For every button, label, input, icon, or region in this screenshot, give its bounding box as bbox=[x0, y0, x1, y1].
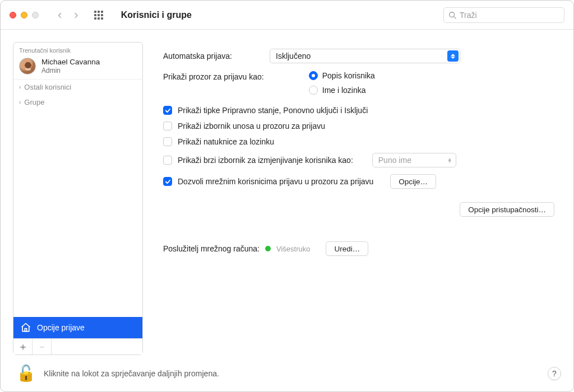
check-network-users-label: Dozvoli mrežnim korisnicima prijavu u pr… bbox=[178, 177, 373, 186]
login-options-label: Opcije prijave bbox=[37, 323, 85, 332]
sidebar-groups[interactable]: › Grupe bbox=[13, 95, 142, 110]
radio-unchecked-icon bbox=[309, 86, 318, 95]
network-server-label: Poslužitelj mrežnog računa: bbox=[163, 244, 260, 253]
add-user-button[interactable]: ＋ bbox=[13, 339, 33, 354]
check-show-sleep-restart-shutdown[interactable]: Prikaži tipke Pripravno stanje, Ponovno … bbox=[163, 106, 554, 115]
search-placeholder: Traži bbox=[460, 11, 477, 20]
checkbox-unchecked-icon bbox=[163, 122, 172, 130]
close-window-icon[interactable] bbox=[10, 12, 16, 18]
sidebar-section-current-user: Trenutačni korisnik bbox=[13, 43, 142, 56]
chevron-right-icon: › bbox=[19, 99, 21, 105]
sidebar-actions: ＋ － bbox=[13, 339, 143, 355]
radio-list-of-users[interactable]: Popis korisnika bbox=[309, 71, 375, 80]
fullscreen-window-icon bbox=[32, 12, 39, 18]
search-icon bbox=[448, 11, 456, 19]
check-password-hints[interactable]: Prikaži natuknice za lozinku bbox=[163, 137, 554, 146]
radio-name-password[interactable]: Ime i lozinka bbox=[309, 86, 375, 95]
check-fast-user-switching[interactable]: Prikaži brzi izbornik za izmjenjivanje k… bbox=[163, 156, 353, 165]
sidebar-login-options[interactable]: Opcije prijave bbox=[13, 317, 142, 338]
sidebar-groups-label: Grupe bbox=[24, 98, 44, 106]
minimize-window-icon[interactable] bbox=[21, 12, 27, 18]
network-users-options-button[interactable]: Opcije… bbox=[390, 174, 436, 189]
status-dot-icon bbox=[265, 246, 271, 251]
checkbox-unchecked-icon bbox=[163, 137, 172, 146]
nav-arrows: ‹ › bbox=[58, 9, 78, 21]
back-button[interactable]: ‹ bbox=[58, 9, 62, 21]
login-window-label: Prikaži prozor za prijavu kao: bbox=[163, 71, 264, 81]
forward-button[interactable]: › bbox=[74, 9, 78, 21]
stepper-icon bbox=[447, 50, 459, 62]
sidebar-wrap: Trenutačni korisnik Michael Cavanna Admi… bbox=[13, 42, 143, 355]
radio-checked-icon bbox=[309, 71, 318, 80]
check-fast-switch-label: Prikaži brzi izbornik za izmjenjivanje k… bbox=[178, 156, 353, 165]
current-user-role: Admin bbox=[41, 67, 100, 74]
check-sleep-label: Prikaži tipke Pripravno stanje, Ponovno … bbox=[178, 106, 368, 115]
body: Trenutačni korisnik Michael Cavanna Admi… bbox=[1, 30, 573, 358]
lock-text: Kliknite na lokot za sprječavanje daljnj… bbox=[44, 369, 219, 378]
fast-switch-select: Puno ime ▲▼ bbox=[372, 153, 456, 167]
auto-login-select[interactable]: Isključeno bbox=[270, 49, 460, 63]
house-icon bbox=[20, 322, 31, 333]
network-server-status: Višestruko bbox=[276, 245, 310, 253]
login-window-radio-group: Popis korisnika Ime i lozinka bbox=[309, 71, 375, 95]
radio-name-password-label: Ime i lozinka bbox=[322, 86, 366, 95]
current-user-name: Michael Cavanna bbox=[41, 58, 100, 67]
remove-user-button: － bbox=[33, 339, 52, 354]
auto-login-label: Automatska prijava: bbox=[163, 52, 263, 60]
checkbox-checked-icon bbox=[163, 106, 172, 115]
window-title: Korisnici i grupe bbox=[121, 10, 436, 20]
preferences-window: ‹ › Korisnici i grupe Traži Trenutačni k… bbox=[0, 0, 574, 392]
check-network-users[interactable]: Dozvoli mrežnim korisnicima prijavu u pr… bbox=[163, 177, 373, 186]
check-input-menu[interactable]: Prikaži izbornik unosa u prozoru za prij… bbox=[163, 122, 554, 130]
checkbox-checked-icon bbox=[163, 177, 172, 186]
svg-line-1 bbox=[454, 16, 456, 18]
auto-login-value: Isključeno bbox=[276, 52, 311, 60]
window-controls bbox=[10, 12, 39, 18]
sidebar: Trenutačni korisnik Michael Cavanna Admi… bbox=[13, 42, 143, 339]
main-panel: Automatska prijava: Isključeno Prikaži p… bbox=[156, 42, 561, 355]
accessibility-options-button[interactable]: Opcije pristupačnosti… bbox=[460, 202, 554, 217]
chevron-right-icon: › bbox=[19, 84, 21, 90]
help-button[interactable]: ? bbox=[548, 367, 561, 380]
check-input-menu-label: Prikaži izbornik unosa u prozoru za prij… bbox=[178, 122, 325, 130]
avatar bbox=[19, 58, 36, 74]
lock-area[interactable]: 🔓 Kliknite na lokot za sprječavanje dalj… bbox=[16, 364, 219, 382]
sidebar-current-user[interactable]: Michael Cavanna Admin bbox=[13, 56, 142, 80]
fast-switch-value: Puno ime bbox=[378, 156, 411, 165]
radio-list-label: Popis korisnika bbox=[322, 71, 375, 80]
titlebar: ‹ › Korisnici i grupe Traži bbox=[1, 1, 573, 30]
unlocked-lock-icon: 🔓 bbox=[16, 364, 36, 382]
footer: 🔓 Kliknite na lokot za sprječavanje dalj… bbox=[1, 358, 573, 391]
search-input[interactable]: Traži bbox=[443, 7, 564, 23]
svg-rect-2 bbox=[25, 329, 26, 332]
check-password-hints-label: Prikaži natuknice za lozinku bbox=[178, 137, 274, 146]
network-server-edit-button[interactable]: Uredi… bbox=[326, 241, 368, 256]
show-all-preferences-button[interactable] bbox=[94, 11, 103, 20]
sidebar-other-users-label: Ostali korisnici bbox=[24, 83, 71, 91]
sidebar-other-users[interactable]: › Ostali korisnici bbox=[13, 80, 142, 95]
checkbox-unchecked-icon bbox=[163, 156, 172, 165]
stepper-icon: ▲▼ bbox=[447, 158, 455, 163]
